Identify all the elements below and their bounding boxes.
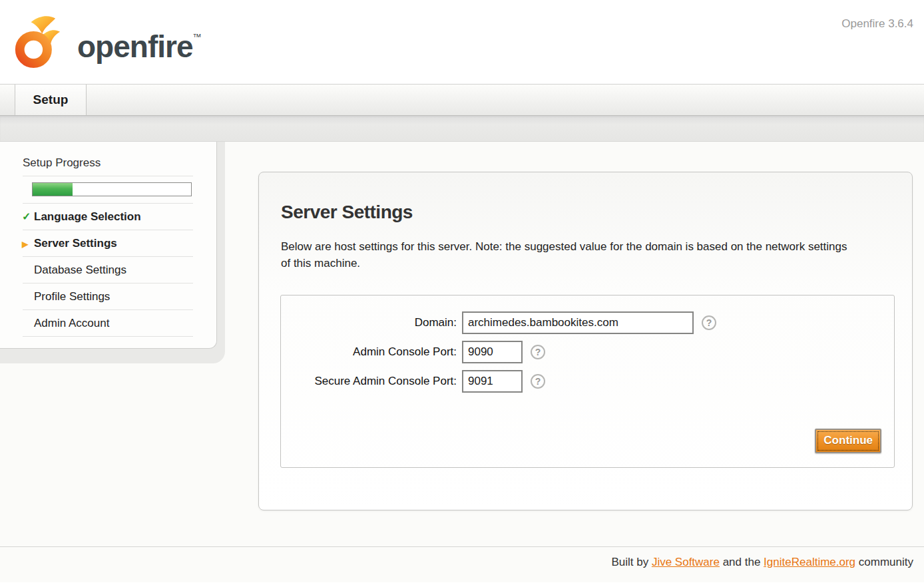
sidebar-title: Setup Progress — [23, 156, 216, 176]
flame-logo-icon — [11, 9, 67, 75]
igniterealtime-link[interactable]: IgniteRealtime.org — [764, 556, 855, 568]
admin-port-input[interactable] — [462, 341, 523, 363]
version-label: Openfire 3.6.4 — [841, 17, 913, 31]
current-step-arrow-icon: ▶ — [22, 240, 33, 249]
sidebar-item-language-selection: ✓ Language Selection — [23, 204, 193, 230]
footer-prefix: Built by — [611, 556, 651, 568]
logo-wordmark: openfire™ — [77, 4, 200, 80]
step-label: Admin Account — [34, 317, 109, 329]
header: openfire™ Openfire 3.6.4 — [0, 0, 924, 84]
help-icon[interactable]: ? — [531, 345, 545, 359]
sidebar-item-server-settings: ▶ Server Settings — [23, 230, 193, 257]
domain-label: Domain: — [281, 316, 462, 329]
jive-software-link[interactable]: Jive Software — [652, 556, 720, 568]
secure-port-input[interactable] — [462, 370, 523, 393]
domain-input[interactable] — [462, 311, 694, 334]
sidebar-item-admin-account: Admin Account — [23, 310, 193, 337]
continue-button[interactable]: Continue — [815, 429, 881, 453]
setup-steps-list: ✓ Language Selection ▶ Server Settings D… — [23, 204, 193, 337]
sidebar-item-profile-settings: Profile Settings — [23, 284, 193, 310]
openfire-logo: openfire™ — [11, 4, 200, 80]
page-title: Server Settings — [281, 202, 912, 223]
server-settings-panel: Server Settings Below are host settings … — [258, 172, 913, 510]
sidebar-item-database-settings: Database Settings — [23, 257, 193, 284]
checkmark-icon: ✓ — [22, 210, 33, 223]
divider — [23, 176, 193, 176]
form-row-domain: Domain: ? — [281, 311, 894, 334]
subnav-strip — [0, 116, 924, 142]
step-label: Database Settings — [34, 264, 126, 276]
server-settings-form: Domain: ? Admin Console Port: ? Secure A… — [280, 295, 895, 468]
setup-progress-bar — [32, 182, 192, 196]
footer: Built by Jive Software and the IgniteRea… — [0, 546, 924, 582]
admin-port-label: Admin Console Port: — [281, 345, 462, 359]
help-icon[interactable]: ? — [531, 374, 545, 389]
tab-setup[interactable]: Setup — [15, 85, 87, 115]
tab-bar: Setup — [0, 84, 924, 116]
progress-fill — [33, 183, 73, 196]
step-label: Language Selection — [34, 210, 141, 223]
trademark-symbol: ™ — [192, 32, 200, 42]
footer-middle: and the — [720, 556, 764, 568]
content-area: Setup Progress ✓ Language Selection ▶ Se… — [0, 142, 924, 546]
secure-port-label: Secure Admin Console Port: — [281, 375, 462, 388]
help-icon[interactable]: ? — [702, 315, 716, 330]
form-row-secure-port: Secure Admin Console Port: ? — [281, 369, 894, 393]
setup-progress-sidebar: Setup Progress ✓ Language Selection ▶ Se… — [0, 142, 217, 349]
footer-credits: Built by Jive Software and the IgniteRea… — [0, 547, 924, 569]
footer-suffix: community — [855, 556, 913, 568]
step-label: Profile Settings — [34, 290, 110, 303]
page-description: Below are host settings for this server.… — [281, 238, 852, 272]
form-row-admin-port: Admin Console Port: ? — [281, 340, 894, 363]
step-label: Server Settings — [34, 237, 117, 250]
